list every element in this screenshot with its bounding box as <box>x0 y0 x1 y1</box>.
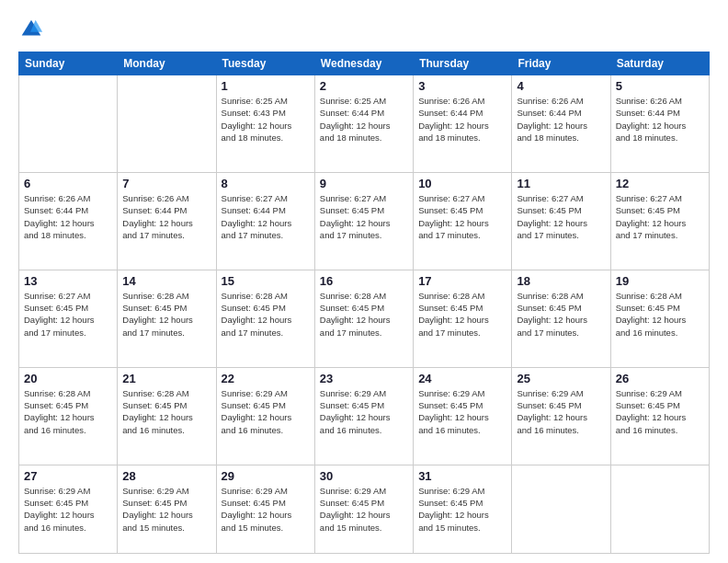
day-number: 8 <box>222 177 310 190</box>
day-info: Sunrise: 6:29 AM Sunset: 6:45 PM Dayligh… <box>122 485 210 534</box>
day-number: 11 <box>517 177 605 190</box>
logo <box>18 17 48 42</box>
day-number: 27 <box>24 469 112 483</box>
day-info: Sunrise: 6:28 AM Sunset: 6:45 PM Dayligh… <box>122 290 210 339</box>
calendar-cell: 18Sunrise: 6:28 AM Sunset: 6:45 PM Dayli… <box>512 270 610 367</box>
day-number: 1 <box>222 79 310 93</box>
calendar-cell: 30Sunrise: 6:29 AM Sunset: 6:45 PM Dayli… <box>314 465 413 553</box>
weekday-header-tuesday: Tuesday <box>216 52 314 75</box>
calendar-cell: 3Sunrise: 6:26 AM Sunset: 6:44 PM Daylig… <box>414 75 512 173</box>
header <box>18 17 710 42</box>
calendar-cell: 20Sunrise: 6:28 AM Sunset: 6:45 PM Dayli… <box>19 367 118 465</box>
day-number: 4 <box>517 79 605 93</box>
day-number: 5 <box>616 79 704 93</box>
day-number: 10 <box>418 177 506 190</box>
calendar-cell: 25Sunrise: 6:29 AM Sunset: 6:45 PM Dayli… <box>512 367 610 465</box>
weekday-header-row: SundayMondayTuesdayWednesdayThursdayFrid… <box>19 52 710 75</box>
calendar-cell <box>512 465 610 553</box>
day-info: Sunrise: 6:28 AM Sunset: 6:45 PM Dayligh… <box>24 387 112 436</box>
calendar-cell: 13Sunrise: 6:27 AM Sunset: 6:45 PM Dayli… <box>19 270 118 367</box>
day-info: Sunrise: 6:26 AM Sunset: 6:44 PM Dayligh… <box>418 95 506 144</box>
calendar-cell: 21Sunrise: 6:28 AM Sunset: 6:45 PM Dayli… <box>118 367 216 465</box>
day-number: 22 <box>222 372 310 385</box>
weekday-header-friday: Friday <box>512 52 610 75</box>
day-info: Sunrise: 6:26 AM Sunset: 6:44 PM Dayligh… <box>24 192 112 241</box>
day-number: 24 <box>418 372 506 385</box>
day-number: 25 <box>517 372 605 385</box>
day-info: Sunrise: 6:29 AM Sunset: 6:45 PM Dayligh… <box>418 387 506 436</box>
calendar-cell <box>19 75 118 173</box>
day-info: Sunrise: 6:29 AM Sunset: 6:45 PM Dayligh… <box>222 387 310 436</box>
calendar-cell: 28Sunrise: 6:29 AM Sunset: 6:45 PM Dayli… <box>118 465 216 553</box>
day-info: Sunrise: 6:29 AM Sunset: 6:45 PM Dayligh… <box>517 387 605 436</box>
day-number: 13 <box>24 274 112 288</box>
calendar-week-3: 13Sunrise: 6:27 AM Sunset: 6:45 PM Dayli… <box>19 270 710 367</box>
day-info: Sunrise: 6:29 AM Sunset: 6:45 PM Dayligh… <box>222 485 310 534</box>
calendar-cell: 10Sunrise: 6:27 AM Sunset: 6:45 PM Dayli… <box>414 172 512 270</box>
day-info: Sunrise: 6:28 AM Sunset: 6:45 PM Dayligh… <box>320 290 408 339</box>
day-number: 15 <box>222 274 310 288</box>
day-number: 6 <box>24 177 112 190</box>
day-info: Sunrise: 6:26 AM Sunset: 6:44 PM Dayligh… <box>517 95 605 144</box>
day-info: Sunrise: 6:29 AM Sunset: 6:45 PM Dayligh… <box>320 387 408 436</box>
day-number: 9 <box>320 177 408 190</box>
page: SundayMondayTuesdayWednesdayThursdayFrid… <box>0 0 728 563</box>
day-info: Sunrise: 6:28 AM Sunset: 6:45 PM Dayligh… <box>122 387 210 436</box>
calendar-cell: 9Sunrise: 6:27 AM Sunset: 6:45 PM Daylig… <box>314 172 413 270</box>
calendar-cell: 7Sunrise: 6:26 AM Sunset: 6:44 PM Daylig… <box>118 172 216 270</box>
day-number: 3 <box>418 79 506 93</box>
weekday-header-saturday: Saturday <box>610 52 709 75</box>
day-number: 16 <box>320 274 408 288</box>
day-number: 29 <box>222 469 310 483</box>
calendar-cell: 4Sunrise: 6:26 AM Sunset: 6:44 PM Daylig… <box>512 75 610 173</box>
day-info: Sunrise: 6:28 AM Sunset: 6:45 PM Dayligh… <box>418 290 506 339</box>
day-info: Sunrise: 6:29 AM Sunset: 6:45 PM Dayligh… <box>418 485 506 534</box>
day-number: 18 <box>517 274 605 288</box>
day-number: 7 <box>122 177 210 190</box>
calendar-cell <box>118 75 216 173</box>
calendar-cell: 12Sunrise: 6:27 AM Sunset: 6:45 PM Dayli… <box>610 172 709 270</box>
day-info: Sunrise: 6:26 AM Sunset: 6:44 PM Dayligh… <box>616 95 704 144</box>
calendar-cell: 22Sunrise: 6:29 AM Sunset: 6:45 PM Dayli… <box>216 367 314 465</box>
calendar-cell: 27Sunrise: 6:29 AM Sunset: 6:45 PM Dayli… <box>19 465 118 553</box>
calendar-cell: 1Sunrise: 6:25 AM Sunset: 6:43 PM Daylig… <box>216 75 314 173</box>
calendar-cell: 31Sunrise: 6:29 AM Sunset: 6:45 PM Dayli… <box>414 465 512 553</box>
calendar-week-2: 6Sunrise: 6:26 AM Sunset: 6:44 PM Daylig… <box>19 172 710 270</box>
day-number: 12 <box>616 177 704 190</box>
calendar-cell: 14Sunrise: 6:28 AM Sunset: 6:45 PM Dayli… <box>118 270 216 367</box>
day-number: 21 <box>122 372 210 385</box>
day-info: Sunrise: 6:29 AM Sunset: 6:45 PM Dayligh… <box>320 485 408 534</box>
day-info: Sunrise: 6:27 AM Sunset: 6:45 PM Dayligh… <box>320 192 408 241</box>
day-info: Sunrise: 6:29 AM Sunset: 6:45 PM Dayligh… <box>24 485 112 534</box>
calendar-cell: 2Sunrise: 6:25 AM Sunset: 6:44 PM Daylig… <box>314 75 413 173</box>
calendar-cell: 17Sunrise: 6:28 AM Sunset: 6:45 PM Dayli… <box>414 270 512 367</box>
calendar-cell: 24Sunrise: 6:29 AM Sunset: 6:45 PM Dayli… <box>414 367 512 465</box>
day-number: 20 <box>24 372 112 385</box>
calendar-cell: 11Sunrise: 6:27 AM Sunset: 6:45 PM Dayli… <box>512 172 610 270</box>
calendar-week-4: 20Sunrise: 6:28 AM Sunset: 6:45 PM Dayli… <box>19 367 710 465</box>
day-number: 30 <box>320 469 408 483</box>
day-info: Sunrise: 6:28 AM Sunset: 6:45 PM Dayligh… <box>222 290 310 339</box>
calendar-cell: 8Sunrise: 6:27 AM Sunset: 6:44 PM Daylig… <box>216 172 314 270</box>
day-info: Sunrise: 6:27 AM Sunset: 6:45 PM Dayligh… <box>616 192 704 241</box>
day-number: 2 <box>320 79 408 93</box>
day-number: 28 <box>122 469 210 483</box>
day-info: Sunrise: 6:27 AM Sunset: 6:44 PM Dayligh… <box>222 192 310 241</box>
calendar-table: SundayMondayTuesdayWednesdayThursdayFrid… <box>18 52 710 554</box>
calendar-cell: 19Sunrise: 6:28 AM Sunset: 6:45 PM Dayli… <box>610 270 709 367</box>
weekday-header-monday: Monday <box>118 52 216 75</box>
weekday-header-sunday: Sunday <box>19 52 118 75</box>
day-info: Sunrise: 6:27 AM Sunset: 6:45 PM Dayligh… <box>24 290 112 339</box>
day-info: Sunrise: 6:29 AM Sunset: 6:45 PM Dayligh… <box>616 387 704 436</box>
day-info: Sunrise: 6:28 AM Sunset: 6:45 PM Dayligh… <box>616 290 704 339</box>
calendar-cell: 6Sunrise: 6:26 AM Sunset: 6:44 PM Daylig… <box>19 172 118 270</box>
calendar-cell: 23Sunrise: 6:29 AM Sunset: 6:45 PM Dayli… <box>314 367 413 465</box>
day-info: Sunrise: 6:25 AM Sunset: 6:43 PM Dayligh… <box>222 95 310 144</box>
day-number: 26 <box>616 372 704 385</box>
calendar-cell: 5Sunrise: 6:26 AM Sunset: 6:44 PM Daylig… <box>610 75 709 173</box>
day-info: Sunrise: 6:27 AM Sunset: 6:45 PM Dayligh… <box>517 192 605 241</box>
calendar-cell: 16Sunrise: 6:28 AM Sunset: 6:45 PM Dayli… <box>314 270 413 367</box>
day-info: Sunrise: 6:25 AM Sunset: 6:44 PM Dayligh… <box>320 95 408 144</box>
weekday-header-wednesday: Wednesday <box>314 52 413 75</box>
day-number: 23 <box>320 372 408 385</box>
